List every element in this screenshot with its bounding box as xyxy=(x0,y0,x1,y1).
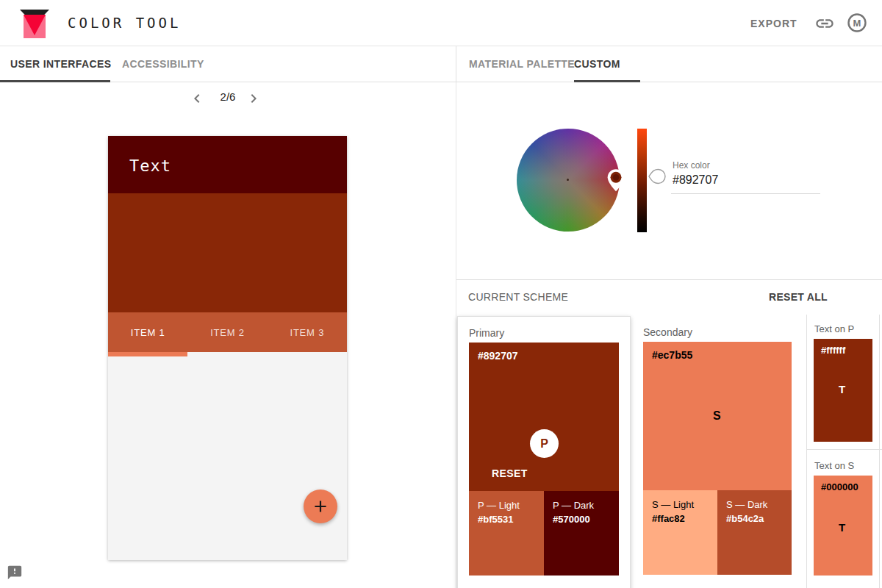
material-logo-icon[interactable]: M xyxy=(847,12,867,33)
secondary-swatch[interactable]: #ec7b55 S xyxy=(643,342,792,490)
input-underline xyxy=(671,193,820,194)
primary-dark-swatch[interactable]: P — Dark #570000 xyxy=(544,491,619,576)
active-tab-indicator xyxy=(0,80,110,82)
left-panel-tabbar: USER INTERFACES ACCESSIBILITY xyxy=(0,46,456,82)
primary-light-label: P — Light xyxy=(478,500,520,511)
export-button[interactable]: EXPORT xyxy=(743,12,805,35)
preview-tab-indicator xyxy=(108,352,187,356)
secondary-light-label: S — Light xyxy=(652,499,694,510)
color-tool-app: COLOR TOOL EXPORT M USER INTERFACES ACCE… xyxy=(0,0,882,588)
hex-color-input[interactable] xyxy=(673,173,818,187)
preview-appbar-title: Text xyxy=(129,157,171,175)
preview-pagination: 2/6 xyxy=(0,87,456,110)
tab-accessibility[interactable]: ACCESSIBILITY xyxy=(122,46,204,82)
secondary-dark-label: S — Dark xyxy=(726,499,767,510)
primary-light-hex: #bf5531 xyxy=(478,514,513,525)
tab-user-interfaces[interactable]: USER INTERFACES xyxy=(10,46,111,82)
primary-badge[interactable]: P xyxy=(530,429,559,458)
preview-tabbar: ITEM 1 ITEM 2 ITEM 3 xyxy=(108,312,347,352)
wheel-center-dot xyxy=(567,179,569,181)
preview-tab-item3: ITEM 3 xyxy=(268,312,347,352)
slider-handle-pin[interactable] xyxy=(647,166,667,187)
primary-color-card: Primary #892707 P RESET P — Light #bf553… xyxy=(457,316,631,588)
reset-all-button[interactable]: RESET ALL xyxy=(769,291,828,303)
secondary-dark-hex: #b54c2a xyxy=(726,513,764,524)
primary-hex: #892707 xyxy=(478,350,518,362)
plus-icon xyxy=(311,497,330,516)
primary-label: Primary xyxy=(469,327,504,339)
secondary-hex: #ec7b55 xyxy=(652,349,692,361)
text-on-s-swatch[interactable]: #000000 T xyxy=(814,476,872,576)
secondary-light-swatch[interactable]: S — Light #ffac82 xyxy=(643,490,717,575)
current-scheme-title: CURRENT SCHEME xyxy=(468,291,568,303)
secondary-dark-swatch[interactable]: S — Dark #b54c2a xyxy=(717,490,792,575)
primary-reset-button[interactable]: RESET xyxy=(492,467,528,479)
app-logo-icon xyxy=(20,7,49,40)
ui-preview-card: Text ITEM 1 ITEM 2 ITEM 3 xyxy=(108,136,347,560)
hex-color-label: Hex color xyxy=(673,160,710,171)
preview-primary-body xyxy=(108,193,347,312)
svg-text:M: M xyxy=(853,18,861,29)
panel-divider xyxy=(456,82,456,588)
secondary-badge: S xyxy=(713,409,721,423)
page-indicator: 2/6 xyxy=(213,90,243,103)
preview-fab xyxy=(304,490,337,523)
feedback-icon[interactable] xyxy=(7,564,23,581)
primary-dark-hex: #570000 xyxy=(553,514,590,525)
text-on-s-label: Text on S xyxy=(814,460,854,471)
secondary-label: Secondary xyxy=(643,326,692,338)
text-on-p-hex: #ffffff xyxy=(821,345,845,356)
primary-swatch[interactable]: #892707 P RESET xyxy=(469,343,619,491)
column-divider xyxy=(879,315,880,588)
text-on-p-label: Text on P xyxy=(814,323,854,334)
primary-dark-label: P — Dark xyxy=(553,500,594,511)
text-on-p-badge: T xyxy=(839,383,845,395)
preview-tab-item2: ITEM 2 xyxy=(187,312,267,352)
active-tab-indicator xyxy=(574,80,640,82)
preview-tab-item1: ITEM 1 xyxy=(108,312,187,352)
page-title: COLOR TOOL xyxy=(68,15,181,31)
preview-appbar: Text xyxy=(108,136,347,193)
tab-material-palette[interactable]: MATERIAL PALETTE xyxy=(469,46,575,82)
secondary-light-hex: #ffac82 xyxy=(652,513,685,524)
right-panel-tabbar: MATERIAL PALETTE CUSTOM xyxy=(456,46,882,82)
row-divider xyxy=(807,449,882,450)
column-divider xyxy=(806,315,807,588)
text-on-p-swatch[interactable]: #ffffff T xyxy=(814,339,872,442)
section-divider xyxy=(456,279,882,280)
hue-lightness-slider[interactable] xyxy=(637,129,647,232)
chevron-right-icon[interactable] xyxy=(245,90,262,107)
chevron-left-icon[interactable] xyxy=(188,90,206,107)
text-on-s-badge: T xyxy=(839,521,845,534)
wheel-marker-pin[interactable] xyxy=(606,168,626,193)
link-icon[interactable] xyxy=(814,13,835,34)
hex-color-field: Hex color xyxy=(671,160,820,194)
tab-custom[interactable]: CUSTOM xyxy=(574,46,620,82)
text-on-s-hex: #000000 xyxy=(821,481,858,492)
primary-light-swatch[interactable]: P — Light #bf5531 xyxy=(469,491,544,576)
